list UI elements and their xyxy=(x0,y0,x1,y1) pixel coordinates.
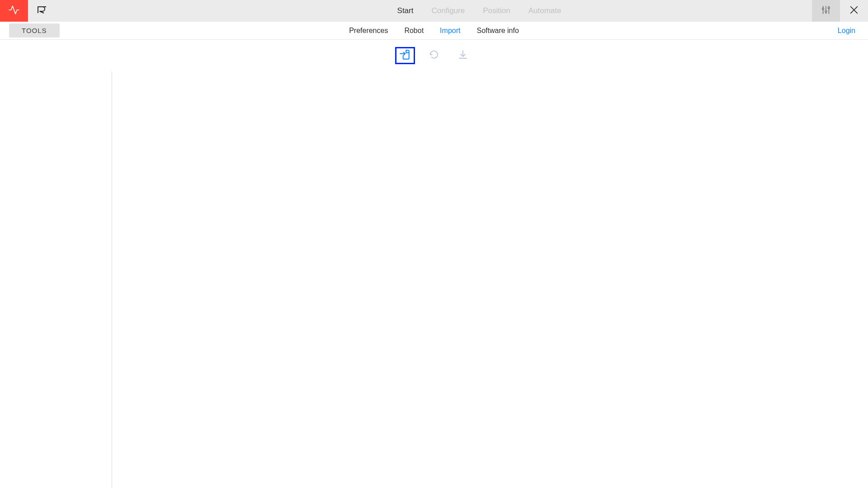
subnav-robot[interactable]: Robot xyxy=(404,27,424,35)
close-button[interactable] xyxy=(840,0,868,22)
sliders-icon xyxy=(821,5,831,17)
svg-point-5 xyxy=(828,7,830,9)
app-logo-button[interactable] xyxy=(28,0,56,22)
svg-point-4 xyxy=(825,11,827,13)
viewport[interactable] xyxy=(112,71,868,488)
download-button[interactable] xyxy=(453,47,473,64)
top-nav: Start Configure Position Automate xyxy=(181,0,778,22)
app-logo-icon xyxy=(37,5,47,16)
svg-point-3 xyxy=(822,8,824,9)
refresh-button[interactable] xyxy=(424,47,444,64)
download-icon xyxy=(458,49,468,62)
side-panel xyxy=(0,71,112,488)
topnav-automate[interactable]: Automate xyxy=(528,6,561,15)
import-file-icon xyxy=(399,49,411,62)
topnav-start[interactable]: Start xyxy=(397,6,414,15)
sub-toolbar: TOOLS Preferences Robot Import Software … xyxy=(0,22,868,40)
subnav-import[interactable]: Import xyxy=(440,27,460,35)
import-file-button[interactable] xyxy=(395,47,415,64)
topnav-position[interactable]: Position xyxy=(483,6,510,15)
tools-chip[interactable]: TOOLS xyxy=(9,23,60,38)
top-toolbar: Start Configure Position Automate xyxy=(0,0,868,22)
sub-nav: Preferences Robot Import Software info xyxy=(349,27,519,35)
import-action-row xyxy=(0,40,868,71)
subnav-preferences[interactable]: Preferences xyxy=(349,27,388,35)
topnav-configure[interactable]: Configure xyxy=(431,6,465,15)
main-area xyxy=(0,71,868,488)
refresh-icon xyxy=(429,49,439,62)
activity-icon xyxy=(8,4,20,18)
login-link[interactable]: Login xyxy=(838,27,855,35)
power-button[interactable] xyxy=(0,0,28,22)
subnav-software-info[interactable]: Software info xyxy=(476,27,519,35)
settings-button[interactable] xyxy=(812,0,840,22)
close-icon xyxy=(849,5,859,17)
